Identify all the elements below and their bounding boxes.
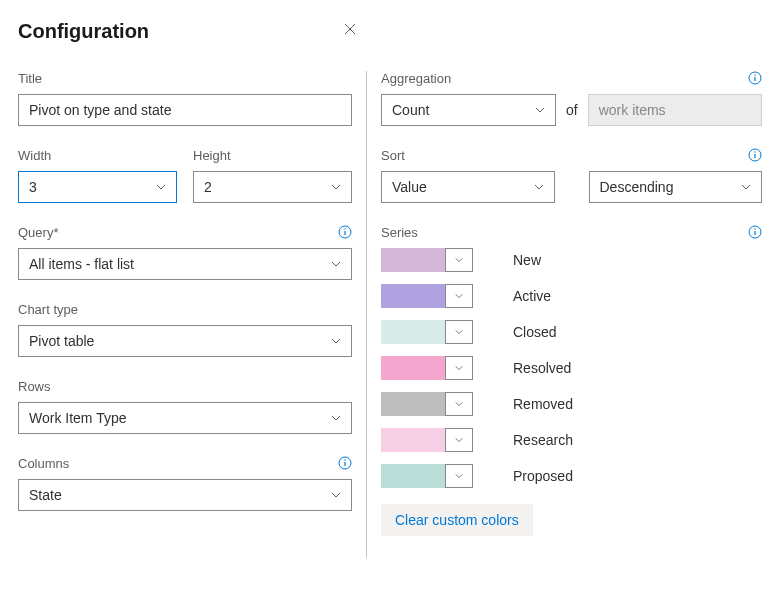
width-select[interactable]: 3 xyxy=(18,171,177,203)
aggregation-of: of xyxy=(566,102,578,118)
chart-type-label: Chart type xyxy=(18,302,352,317)
series-item: Closed xyxy=(381,320,762,344)
series-color-select[interactable] xyxy=(445,248,473,272)
query-select[interactable]: All items - flat list xyxy=(18,248,352,280)
chevron-down-icon xyxy=(330,489,342,501)
info-icon[interactable] xyxy=(748,71,762,85)
chevron-down-icon xyxy=(330,181,342,193)
svg-rect-4 xyxy=(344,462,345,466)
chevron-down-icon xyxy=(454,288,464,304)
sort-value: Value xyxy=(392,179,427,195)
height-field: Height 2 xyxy=(193,148,352,203)
query-label: Query* xyxy=(18,225,352,240)
header: Configuration xyxy=(18,20,763,43)
series-item-label: Proposed xyxy=(513,468,573,484)
aggregation-field: Aggregation Count of work items xyxy=(381,71,762,126)
chevron-down-icon xyxy=(534,104,546,116)
query-field: Query* All items - flat list xyxy=(18,225,352,280)
series-item-label: Active xyxy=(513,288,551,304)
chevron-down-icon xyxy=(533,181,545,193)
chart-type-select[interactable]: Pivot table xyxy=(18,325,352,357)
series-item: Active xyxy=(381,284,762,308)
sort-direction: Descending xyxy=(600,179,674,195)
clear-custom-colors-button[interactable]: Clear custom colors xyxy=(381,504,533,536)
columns-value: State xyxy=(29,487,62,503)
rows-field: Rows Work Item Type xyxy=(18,379,352,434)
svg-rect-10 xyxy=(754,154,755,158)
width-label: Width xyxy=(18,148,177,163)
rows-select[interactable]: Work Item Type xyxy=(18,402,352,434)
color-swatch xyxy=(381,428,445,452)
height-select[interactable]: 2 xyxy=(193,171,352,203)
info-icon[interactable] xyxy=(748,148,762,162)
height-value: 2 xyxy=(204,179,212,195)
series-item: Proposed xyxy=(381,464,762,488)
aggregation-label: Aggregation xyxy=(381,71,762,86)
page-title: Configuration xyxy=(18,20,149,43)
series-list: NewActiveClosedResolvedRemovedResearchPr… xyxy=(381,248,762,488)
svg-rect-7 xyxy=(754,77,755,81)
svg-rect-2 xyxy=(344,228,345,229)
chevron-down-icon xyxy=(330,412,342,424)
title-input[interactable] xyxy=(18,94,352,126)
close-icon[interactable] xyxy=(342,21,763,42)
query-value: All items - flat list xyxy=(29,256,134,272)
width-field: Width 3 xyxy=(18,148,177,203)
series-color-select[interactable] xyxy=(445,392,473,416)
chevron-down-icon xyxy=(454,252,464,268)
rows-label: Rows xyxy=(18,379,352,394)
series-item: Research xyxy=(381,428,762,452)
chart-type-value: Pivot table xyxy=(29,333,94,349)
sort-direction-select[interactable]: Descending xyxy=(589,171,763,203)
columns-label: Columns xyxy=(18,456,352,471)
chevron-down-icon xyxy=(454,432,464,448)
series-item-label: New xyxy=(513,252,541,268)
right-column: Aggregation Count of work items Sort xyxy=(366,71,762,558)
aggregation-select[interactable]: Count xyxy=(381,94,556,126)
sort-label: Sort xyxy=(381,148,762,163)
info-icon[interactable] xyxy=(338,225,352,239)
series-item: New xyxy=(381,248,762,272)
title-label: Title xyxy=(18,71,352,86)
sort-field: Sort Value Descending xyxy=(381,148,762,203)
info-icon[interactable] xyxy=(338,456,352,470)
series-color-select[interactable] xyxy=(445,428,473,452)
configuration-panel: Configuration Title Width 3 Hei xyxy=(0,0,781,603)
series-color-select[interactable] xyxy=(445,284,473,308)
chart-type-field: Chart type Pivot table xyxy=(18,302,352,357)
sort-value-select[interactable]: Value xyxy=(381,171,555,203)
svg-rect-14 xyxy=(754,228,755,229)
series-color-select[interactable] xyxy=(445,356,473,380)
svg-rect-11 xyxy=(754,151,755,152)
info-icon[interactable] xyxy=(748,225,762,239)
series-item: Removed xyxy=(381,392,762,416)
height-label: Height xyxy=(193,148,352,163)
chevron-down-icon xyxy=(454,396,464,412)
series-item-label: Closed xyxy=(513,324,557,340)
svg-rect-8 xyxy=(754,74,755,75)
svg-rect-1 xyxy=(344,231,345,235)
aggregation-target: work items xyxy=(588,94,762,126)
series-item-label: Research xyxy=(513,432,573,448)
color-swatch xyxy=(381,392,445,416)
width-value: 3 xyxy=(29,179,37,195)
chevron-down-icon xyxy=(155,181,167,193)
chevron-down-icon xyxy=(330,335,342,347)
chevron-down-icon xyxy=(454,324,464,340)
series-item: Resolved xyxy=(381,356,762,380)
color-swatch xyxy=(381,320,445,344)
series-color-select[interactable] xyxy=(445,464,473,488)
aggregation-value: Count xyxy=(392,102,429,118)
chevron-down-icon xyxy=(454,360,464,376)
left-column: Title Width 3 Height 2 xyxy=(18,71,366,558)
series-label: Series xyxy=(381,225,762,240)
color-swatch xyxy=(381,284,445,308)
series-color-select[interactable] xyxy=(445,320,473,344)
rows-value: Work Item Type xyxy=(29,410,127,426)
columns-select[interactable]: State xyxy=(18,479,352,511)
svg-rect-5 xyxy=(344,459,345,460)
series-item-label: Resolved xyxy=(513,360,571,376)
color-swatch xyxy=(381,248,445,272)
color-swatch xyxy=(381,356,445,380)
series-field: Series NewActiveClosedResolvedRemovedRes… xyxy=(381,225,762,536)
